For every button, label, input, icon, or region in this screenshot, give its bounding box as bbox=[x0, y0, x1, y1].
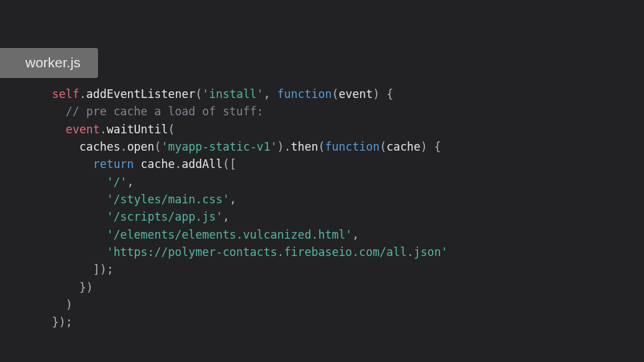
code-token: . bbox=[120, 140, 127, 153]
code-token: 'myapp-static-v1' bbox=[161, 140, 277, 153]
code-token: . bbox=[100, 123, 107, 136]
file-tab-label: worker.js bbox=[25, 55, 81, 70]
code-indent bbox=[52, 123, 65, 136]
code-token: function bbox=[277, 87, 332, 101]
code-token: addAll bbox=[182, 157, 223, 171]
code-comment: // pre cache a load of stuff: bbox=[65, 105, 263, 118]
code-token: 'install' bbox=[202, 87, 263, 101]
code-token: then bbox=[291, 140, 318, 153]
code-token: ]); bbox=[93, 263, 113, 276]
code-token: ) { bbox=[373, 87, 393, 101]
code-token: . bbox=[79, 87, 86, 101]
code-token: ( bbox=[318, 140, 325, 153]
code-token: event bbox=[65, 123, 99, 136]
code-indent bbox=[52, 281, 79, 294]
code-token: return bbox=[93, 157, 133, 171]
code-token: ( bbox=[379, 140, 386, 153]
code-token: '/styles/main.css' bbox=[107, 193, 229, 206]
code-token: ( bbox=[332, 87, 339, 101]
code-token: '/' bbox=[107, 175, 127, 189]
code-token: open bbox=[127, 140, 155, 153]
code-token: }) bbox=[79, 281, 93, 294]
code-token: ) { bbox=[421, 140, 441, 153]
code-indent bbox=[52, 193, 107, 206]
code-token: ) bbox=[65, 298, 72, 311]
code-token: 'https://polymer-contacts.firebaseio.com… bbox=[107, 245, 448, 259]
code-token: '/elements/elements.vulcanized.html' bbox=[107, 228, 352, 241]
code-indent bbox=[52, 298, 65, 311]
code-token: addEventListener bbox=[86, 87, 195, 101]
file-tab[interactable]: worker.js bbox=[0, 48, 98, 78]
code-token: , bbox=[263, 87, 277, 101]
code-token: ). bbox=[277, 140, 291, 153]
code-token: }); bbox=[52, 315, 73, 329]
code-token: waitUntil bbox=[107, 123, 168, 136]
code-indent bbox=[52, 175, 107, 189]
code-editor[interactable]: self.addEventListener('install', functio… bbox=[52, 85, 448, 331]
code-token: '/scripts/app.js' bbox=[107, 210, 223, 223]
code-indent bbox=[52, 228, 107, 241]
code-token bbox=[134, 157, 141, 171]
code-token: , bbox=[229, 193, 236, 206]
code-token: , bbox=[223, 210, 229, 223]
code-token: event bbox=[339, 87, 373, 101]
code-token: self bbox=[52, 87, 79, 101]
code-indent bbox=[52, 140, 79, 153]
code-token: ( bbox=[168, 123, 175, 136]
code-token: ([ bbox=[223, 157, 236, 171]
code-token: function bbox=[325, 140, 380, 153]
code-token: , bbox=[127, 175, 134, 189]
code-token: caches bbox=[79, 140, 120, 153]
code-token: cache bbox=[141, 157, 175, 171]
code-indent bbox=[52, 210, 107, 223]
code-indent bbox=[52, 157, 93, 171]
code-token: , bbox=[352, 228, 359, 241]
code-token: ( bbox=[155, 140, 161, 153]
code-token: ( bbox=[195, 87, 202, 101]
code-indent bbox=[52, 245, 107, 259]
code-token: cache bbox=[387, 140, 421, 153]
code-indent bbox=[52, 105, 65, 118]
code-token: . bbox=[175, 157, 181, 171]
code-indent bbox=[52, 263, 93, 276]
